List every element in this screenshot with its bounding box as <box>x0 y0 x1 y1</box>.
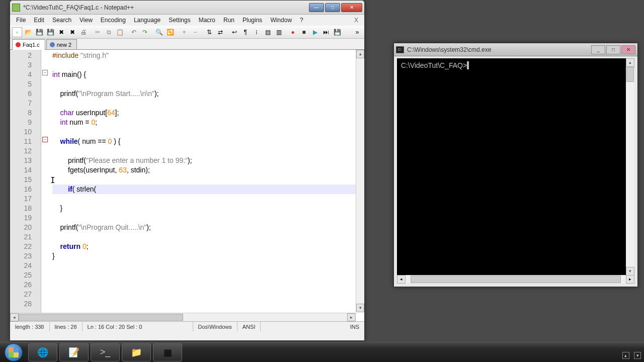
menu-encoding[interactable]: Encoding <box>97 16 130 25</box>
doc-map-icon[interactable]: ▥ <box>274 27 284 37</box>
menu-run[interactable]: Run <box>219 16 238 25</box>
menu-plugins[interactable]: Plugins <box>238 16 266 25</box>
scroll-right-icon[interactable]: ▸ <box>347 313 356 321</box>
code-line[interactable]: return 0; <box>52 242 361 251</box>
find-icon[interactable]: 🔍 <box>154 27 164 37</box>
taskbar-item-explorer[interactable]: 📁 <box>122 343 151 361</box>
tab-new-2[interactable]: new 2 <box>46 39 77 49</box>
show-hidden-icons-icon[interactable]: ▴ <box>622 352 629 359</box>
wrap-icon[interactable]: ↩ <box>229 27 239 37</box>
menu-?[interactable]: ? <box>296 16 307 25</box>
scroll-thumb[interactable] <box>411 276 621 283</box>
cmd-titlebar[interactable]: C: C:\Windows\system32\cmd.exe _ □ ✕ <box>394 43 637 56</box>
code-line[interactable]: printf("\nProgram Quit.....\n"); <box>52 223 361 232</box>
taskbar-item-app[interactable]: ▦ <box>153 343 182 361</box>
editor-area[interactable]: 2345678910111213141516171819202122232425… <box>10 50 364 321</box>
code-line[interactable]: while( num == 0 ) { <box>52 137 361 146</box>
scroll-left-icon[interactable]: ◂ <box>10 313 19 321</box>
record-macro-icon[interactable]: ● <box>288 27 298 37</box>
code-line[interactable] <box>52 79 361 89</box>
code-editor[interactable]: #include "string.h"int main() { printf("… <box>41 50 364 321</box>
maximize-button[interactable]: □ <box>325 3 340 12</box>
zoom-in-icon[interactable]: + <box>179 27 189 37</box>
menu-file[interactable]: File <box>12 16 30 25</box>
horizontal-scrollbar[interactable]: ◂ ▸ <box>397 275 634 284</box>
code-line[interactable] <box>52 280 361 290</box>
horizontal-scrollbar[interactable]: ◂ ▸ <box>10 313 356 321</box>
print-icon[interactable]: 🖨 <box>78 27 89 37</box>
scroll-thumb[interactable] <box>19 314 183 321</box>
code-line[interactable]: printf("Please enter a number 1 to 99:")… <box>52 156 361 165</box>
stop-macro-icon[interactable]: ■ <box>299 27 309 37</box>
code-line[interactable] <box>52 213 361 223</box>
menu-settings[interactable]: Settings <box>165 16 194 25</box>
play-multi-icon[interactable]: ⏭ <box>321 27 331 37</box>
close-button[interactable]: ✕ <box>621 45 635 54</box>
code-line[interactable] <box>52 60 361 70</box>
new-file-icon[interactable]: ▫ <box>12 27 22 37</box>
scroll-up-icon[interactable]: ▴ <box>356 50 364 58</box>
undo-icon[interactable]: ↶ <box>129 27 139 37</box>
code-line[interactable] <box>52 194 361 204</box>
toolbar-overflow-icon[interactable]: » <box>352 27 362 37</box>
menu-window[interactable]: Window <box>266 16 296 25</box>
save-all-icon[interactable]: 💾 <box>45 27 55 37</box>
scroll-down-icon[interactable]: ▾ <box>626 267 634 276</box>
menu-edit[interactable]: Edit <box>30 16 48 25</box>
code-line[interactable] <box>52 290 361 299</box>
code-line[interactable] <box>52 232 361 242</box>
cut-icon[interactable]: ✂ <box>93 27 103 37</box>
minimize-button[interactable]: _ <box>591 45 605 54</box>
code-line[interactable] <box>52 99 361 108</box>
close-button[interactable]: ✕ <box>341 3 362 12</box>
code-line[interactable]: #include "string.h" <box>52 51 361 60</box>
minimize-button[interactable]: — <box>309 3 324 12</box>
scroll-left-icon[interactable]: ◂ <box>397 275 406 284</box>
menu-view[interactable]: View <box>75 16 97 25</box>
start-button[interactable] <box>0 342 27 363</box>
code-line[interactable] <box>52 127 361 137</box>
code-line[interactable] <box>52 261 361 270</box>
replace-icon[interactable]: 🔁 <box>165 27 175 37</box>
sync-h-icon[interactable]: ⇄ <box>215 27 225 37</box>
code-line[interactable]: if( strlen( <box>52 185 361 194</box>
close-file-icon[interactable]: ✖ <box>56 27 66 37</box>
tab-Faq1.c[interactable]: Faq1.c <box>12 39 45 50</box>
taskbar-tray[interactable]: ▴ ▾ <box>619 352 641 359</box>
folder-panel-icon[interactable]: ▤ <box>263 27 273 37</box>
menu-macro[interactable]: Macro <box>195 16 219 25</box>
code-line[interactable] <box>52 175 361 185</box>
vertical-scrollbar[interactable]: ▴ ▾ <box>626 58 634 276</box>
code-line[interactable]: printf("\nProgram Start.....\n\n"); <box>52 89 361 99</box>
code-line[interactable]: char userInput[64]; <box>52 108 361 118</box>
show-all-chars-icon[interactable]: ¶ <box>240 27 251 37</box>
taskbar-item-chrome[interactable]: 🌐 <box>28 343 57 361</box>
close-all-icon[interactable]: ✖ <box>67 27 77 37</box>
copy-icon[interactable]: ⧉ <box>104 27 114 37</box>
code-line[interactable]: int main() { <box>52 70 361 79</box>
code-line[interactable]: } <box>52 204 361 213</box>
scroll-thumb[interactable] <box>626 67 634 82</box>
scroll-up-icon[interactable]: ▴ <box>626 58 634 67</box>
npp-titlebar[interactable]: *C:\VideoTut\C_FAQ\Faq1.c - Notepad++ — … <box>10 1 364 15</box>
menu-close-doc[interactable]: X <box>350 16 362 25</box>
menu-language[interactable]: Language <box>130 16 165 25</box>
cmd-terminal[interactable]: C:\VideoTut\C_FAQ> <box>397 58 634 276</box>
open-file-icon[interactable]: 📂 <box>23 27 33 37</box>
scroll-right-icon[interactable]: ▸ <box>626 275 634 284</box>
zoom-out-icon[interactable]: − <box>190 27 200 37</box>
redo-icon[interactable]: ↷ <box>140 27 150 37</box>
code-line[interactable] <box>52 146 361 156</box>
show-desktop-icon[interactable]: ▾ <box>634 352 641 359</box>
code-line[interactable]: int num = 0; <box>52 118 361 127</box>
play-macro-icon[interactable]: ▶ <box>310 27 320 37</box>
taskbar-item-cmd[interactable]: >_ <box>91 343 120 361</box>
sync-v-icon[interactable]: ⇅ <box>204 27 214 37</box>
menu-search[interactable]: Search <box>48 16 75 25</box>
indent-guide-icon[interactable]: ⫶ <box>252 27 262 37</box>
save-icon[interactable]: 💾 <box>34 27 44 37</box>
taskbar-item-notepadpp[interactable]: 📝 <box>59 343 89 361</box>
save-macro-icon[interactable]: 💾 <box>332 27 342 37</box>
code-line[interactable] <box>52 299 361 309</box>
code-line[interactable]: fgets(userInput, 63, stdin); <box>52 165 361 175</box>
